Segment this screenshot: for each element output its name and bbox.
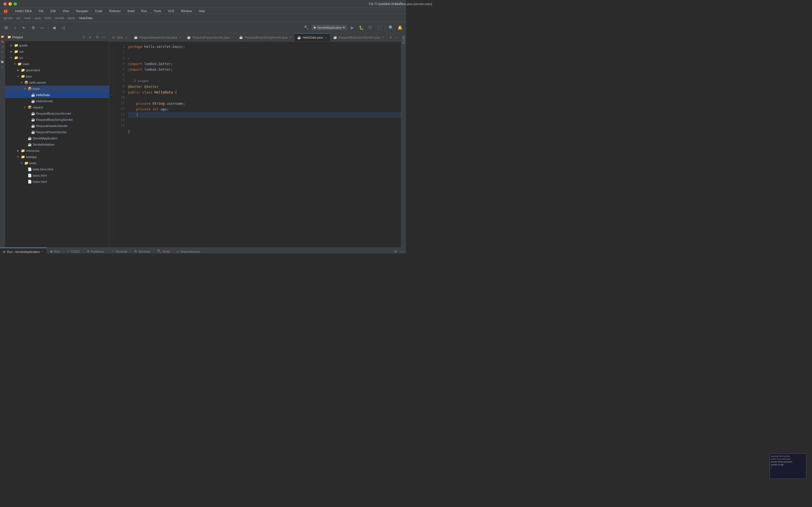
back-btn[interactable]: ◀ [50,24,58,32]
breadcrumb-basic[interactable]: basic [68,16,75,20]
tree-item-helloservlet[interactable]: ▶ ☕ HelloServlet [5,98,109,104]
project-activity-btn[interactable]: 📁 [0,34,5,39]
tree-item-hellodata[interactable]: ▶ ☕ HelloData [5,92,109,98]
menu-window[interactable]: Window [180,9,193,13]
tab-hellodata-close[interactable]: ✕ [324,36,327,40]
menu-navigate[interactable]: Navigate [75,9,89,13]
tabs-overflow-btn[interactable]: ⋯ [394,35,400,40]
tab-requestparam-close[interactable]: ✕ [231,36,234,40]
settings-btn[interactable]: ⚙ [29,24,37,32]
menu-run[interactable]: Run [140,9,148,13]
search-everywhere-btn[interactable]: 🔍 [387,24,395,32]
menu-intellij[interactable]: IntelliJ IDEA [14,9,33,13]
tab-run2[interactable]: ▶ Run [47,247,63,253]
tree-item-index-html[interactable]: ▶ 📄 index.html [5,179,109,185]
gradle-panel-label[interactable]: Gradle [402,36,405,44]
bottom-settings-btn[interactable]: ⚙ [393,249,398,254]
gradle-activity-btn[interactable]: 🐘 [0,60,5,64]
breadcrumb-java[interactable]: java [35,16,41,20]
structure-activity-btn[interactable]: ≡ [0,65,5,69]
bookmark-btn[interactable]: 🔖 [0,40,5,44]
tree-item-generated[interactable]: ▶ 📁 generated [5,67,109,73]
maximize-button[interactable] [13,2,17,6]
breadcrumb-servlet[interactable]: servlet [3,16,12,20]
tab-requestbodystring-close[interactable]: ✕ [289,36,292,40]
tabs-recent-btn[interactable]: ▾ [388,35,394,40]
debug-activity-btn[interactable]: ⬛ [0,55,5,59]
tree-item-gradle[interactable]: ▶ 📁 gradle [5,42,109,48]
menu-tools[interactable]: Tools [153,9,162,13]
tab-run-close[interactable]: ✕ [41,250,43,253]
tree-item-requestbodyjson[interactable]: ▶ ☕ RequestBodyJsonServlet [5,110,109,117]
tree-item-basic[interactable]: ▼ 📦 basic [5,86,109,92]
menu-edit[interactable]: Edit [49,9,57,13]
tab-html-close[interactable]: ✕ [124,36,128,40]
breadcrumb-main[interactable]: main [24,16,31,20]
tree-item-basic-html[interactable]: ▶ 📄 basic.html [5,172,109,179]
menu-refactor[interactable]: Refactor [108,9,122,13]
minimize-panel-btn[interactable]: — [38,24,46,32]
tree-item-requestparam[interactable]: ▶ ☕ RequestParamServlet [5,129,109,135]
menu-vcs[interactable]: VCS [167,9,175,13]
tab-problems[interactable]: ⊗ Problems [84,247,107,253]
tree-item-out[interactable]: ▶ 📁 out [5,48,109,55]
menu-build[interactable]: Build [126,9,136,13]
tree-item-webapp[interactable]: ▼ 📁 webapp [5,154,109,160]
stop-btn[interactable]: ⬛ [375,24,383,32]
tree-settings-btn[interactable]: ⚙ [94,34,100,40]
menu-help[interactable]: Help [198,9,206,13]
minimize-button[interactable] [8,2,12,6]
breadcrumb-src[interactable]: src [16,16,20,20]
tree-item-hello-servlet[interactable]: ▼ 📦 hello.servlet [5,79,109,86]
tab-services[interactable]: ⚙ Services [131,247,154,253]
tab-terminal[interactable]: ＞ Terminal [108,247,131,253]
tree-item-main[interactable]: ▼ 📁 main [5,61,109,67]
bottom-minimize-btn[interactable]: — [399,249,404,254]
run-config-dropdown[interactable]: ▾ [343,25,345,29]
tab-html[interactable]: ◇ .html ✕ [109,33,131,41]
tree-item-src[interactable]: ▼ 📁 src [5,55,109,61]
tree-item-hello-form-html[interactable]: ▶ 📄 hello-form.html [5,166,109,172]
tab-todo[interactable]: ✓ TODO [64,247,84,253]
code-content[interactable]: package hello.servlet.basic; ▷ □import l… [126,42,401,247]
tree-item-requestheader[interactable]: ▶ ☕ RequestHeaderServlet [5,123,109,129]
tab-requestbodystring[interactable]: ☕ RequestBodyStringServlet.java ✕ [236,33,294,41]
tree-item-webapp-basic[interactable]: ▼ 📁 basic [5,160,109,166]
run-config-selector[interactable]: ▶ ServletApplication ▾ [312,25,347,30]
notifications-btn[interactable]: 🔔 [396,24,404,32]
tab-requestparam[interactable]: ☕ RequestParamServlet.java ✕ [184,33,236,41]
breadcrumb-hello[interactable]: hello [45,16,51,20]
tree-item-servletapp[interactable]: ▶ ☕ ServeltApplication [5,135,109,142]
build-btn[interactable]: 🔨 [303,24,310,32]
project-view-btn[interactable]: ⊞ [2,24,10,32]
tab-dependencies[interactable]: ∞ Dependencies [173,247,204,253]
tab-requestheader[interactable]: ☕ RequestHeaderServlet.java ✕ [131,33,185,41]
tree-item-servletinitializer[interactable]: ▶ ☕ ServletInitializer [5,142,109,148]
collapse-btn[interactable]: ⇤ [20,24,28,32]
tab-requestbodyjson-close[interactable]: ✕ [382,36,384,40]
menu-code[interactable]: Code [94,9,103,13]
forward-btn[interactable]: ◁ [59,24,67,32]
vcs-activity-btn[interactable]: ⎇ [0,45,5,49]
tab-run[interactable]: ▶ Run: ServletApplication ✕ [0,247,47,253]
debug-btn[interactable]: 🐛 [357,24,365,32]
code-editor[interactable]: ✓ 1 2 3 4 5 6 7 8 9 10 11 12 13 14 15 pa… [109,42,401,247]
menu-file[interactable]: File [38,9,45,13]
tab-build[interactable]: 🔨 Build [154,247,173,253]
close-button[interactable] [3,2,7,6]
tab-requestheader-close[interactable]: ✕ [179,36,181,40]
tree-item-resources[interactable]: ▶ 📁 resources [5,148,109,154]
run-with-coverage-btn[interactable]: 🛡 [366,24,374,32]
tree-item-request[interactable]: ▼ 📦 request [5,104,109,110]
tree-item-requestbodystring[interactable]: ▶ ☕ RequestBodyStringServlet [5,117,109,123]
run-btn[interactable]: ▶ [348,24,356,32]
breadcrumb-servlet2[interactable]: servlet [55,16,64,20]
tab-hellodata[interactable]: ☕ HelloData.java ✕ [294,33,331,41]
tab-requestbodyjson[interactable]: ☕ RequestBodyJsonServlet.java ✕ [331,33,387,41]
sync-btn[interactable]: ↕ [11,24,19,32]
locate-file-btn[interactable]: ⊙ [81,34,87,40]
menu-view[interactable]: View [61,9,70,13]
run-activity-btn[interactable]: ▷ [0,50,5,54]
apple-menu[interactable]: 🍎 [2,8,9,14]
tree-minimize-btn[interactable]: — [101,34,107,40]
